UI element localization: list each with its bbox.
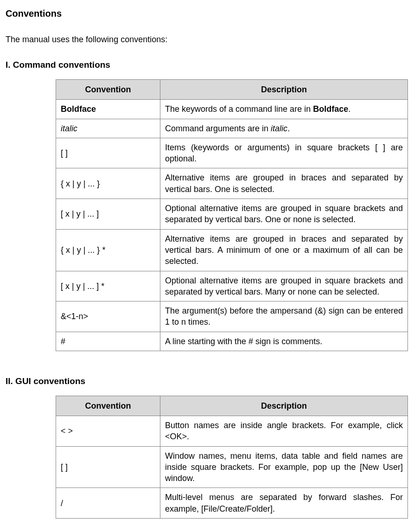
convention-text: [ x | y | ... ] * <box>61 282 104 291</box>
convention-text: < > <box>61 426 73 436</box>
description-cell: Alternative items are grouped in braces … <box>160 229 408 271</box>
convention-text: [ ] <box>61 462 68 472</box>
header-convention: Convention <box>56 79 160 99</box>
description-text: The keywords of a command line are in <box>165 104 313 114</box>
description-cell: Alternative items are grouped in braces … <box>160 168 408 199</box>
description-text: Alternative items are grouped in braces … <box>165 173 405 193</box>
table-row: [ x | y | ... ] *Optional alternative it… <box>56 271 408 301</box>
table-body: < >Button names are inside angle bracket… <box>56 416 408 518</box>
convention-cell: { x | y | ... } * <box>56 229 160 271</box>
description-cell: Optional alternative items are grouped i… <box>160 199 408 230</box>
convention-text: / <box>61 499 63 508</box>
convention-cell: { x | y | ... } <box>56 168 160 199</box>
description-text: Button names are inside angle brackets. … <box>165 421 405 441</box>
convention-cell: &<1-n> <box>56 301 160 332</box>
description-text: The argument(s) before the ampersand (&)… <box>165 306 405 327</box>
convention-text: { x | y | ... } * <box>61 245 105 255</box>
description-cell: Window names, menu items, data table and… <box>160 446 408 488</box>
description-text: . <box>287 124 290 133</box>
description-text: A line starting with the # sign is comme… <box>165 337 322 346</box>
table-header-row: Convention Description <box>56 79 408 99</box>
page-title: Conventions <box>6 7 411 20</box>
section2-title: II. GUI conventions <box>6 375 411 387</box>
convention-text: # <box>61 337 65 346</box>
table-row: { x | y | ... } *Alternative items are g… <box>56 229 408 271</box>
gui-conventions-table: Convention Description < >Button names a… <box>56 396 408 519</box>
description-cell: Command arguments are in italic. <box>160 119 408 138</box>
description-text: Alternative items are grouped in braces … <box>165 234 405 266</box>
table-row: [ ]Window names, menu items, data table … <box>56 446 408 488</box>
table-row: italicCommand arguments are in italic. <box>56 119 408 138</box>
convention-cell: [ x | y | ... ] <box>56 199 160 230</box>
convention-cell: italic <box>56 119 160 138</box>
convention-text: [ ] <box>61 148 68 158</box>
description-text: Command arguments are in <box>165 124 271 133</box>
convention-text: [ x | y | ... ] <box>61 209 99 218</box>
table-row: [ ]Items (keywords or arguments) in squa… <box>56 138 408 168</box>
table-header-row: Convention Description <box>56 396 408 416</box>
section1-title: I. Command conventions <box>6 59 411 71</box>
description-text: Window names, menu items, data table and… <box>165 451 405 483</box>
description-text: Optional alternative items are grouped i… <box>165 276 405 296</box>
convention-cell: # <box>56 332 160 351</box>
table-row: #A line starting with the # sign is comm… <box>56 332 408 351</box>
description-text: Boldface <box>313 104 348 114</box>
header-description: Description <box>160 396 408 416</box>
table-row: BoldfaceThe keywords of a command line a… <box>56 100 408 119</box>
description-cell: Items (keywords or arguments) in square … <box>160 138 408 168</box>
command-conventions-table: Convention Description BoldfaceThe keywo… <box>56 79 408 351</box>
convention-text: &<1-n> <box>61 312 88 321</box>
convention-cell: Boldface <box>56 100 160 119</box>
header-description: Description <box>160 79 408 99</box>
description-text: Items (keywords or arguments) in square … <box>165 143 405 163</box>
convention-cell: / <box>56 488 160 519</box>
table-row: /Multi-level menus are separated by forw… <box>56 488 408 519</box>
convention-cell: [ ] <box>56 446 160 488</box>
description-cell: Optional alternative items are grouped i… <box>160 271 408 301</box>
description-text: Optional alternative items are grouped i… <box>165 204 405 224</box>
description-cell: Multi-level menus are separated by forwa… <box>160 488 408 519</box>
convention-cell: [ x | y | ... ] * <box>56 271 160 301</box>
description-text: . <box>348 104 350 114</box>
convention-cell: [ ] <box>56 138 160 168</box>
table-row: < >Button names are inside angle bracket… <box>56 416 408 446</box>
table-body: BoldfaceThe keywords of a command line a… <box>56 100 408 351</box>
convention-text: { x | y | ... } <box>61 179 100 188</box>
header-convention: Convention <box>56 396 160 416</box>
table-row: [ x | y | ... ]Optional alternative item… <box>56 199 408 230</box>
description-text: italic <box>271 124 287 133</box>
convention-cell: < > <box>56 416 160 446</box>
description-cell: Button names are inside angle brackets. … <box>160 416 408 446</box>
description-text: Multi-level menus are separated by forwa… <box>165 493 405 513</box>
table-row: &<1-n>The argument(s) before the ampersa… <box>56 301 408 332</box>
description-cell: The keywords of a command line are in Bo… <box>160 100 408 119</box>
description-cell: The argument(s) before the ampersand (&)… <box>160 301 408 332</box>
table-row: { x | y | ... }Alternative items are gro… <box>56 168 408 199</box>
intro-text: The manual uses the following convention… <box>6 34 411 45</box>
description-cell: A line starting with the # sign is comme… <box>160 332 408 351</box>
convention-text: Boldface <box>61 104 96 114</box>
convention-text: italic <box>61 124 77 133</box>
